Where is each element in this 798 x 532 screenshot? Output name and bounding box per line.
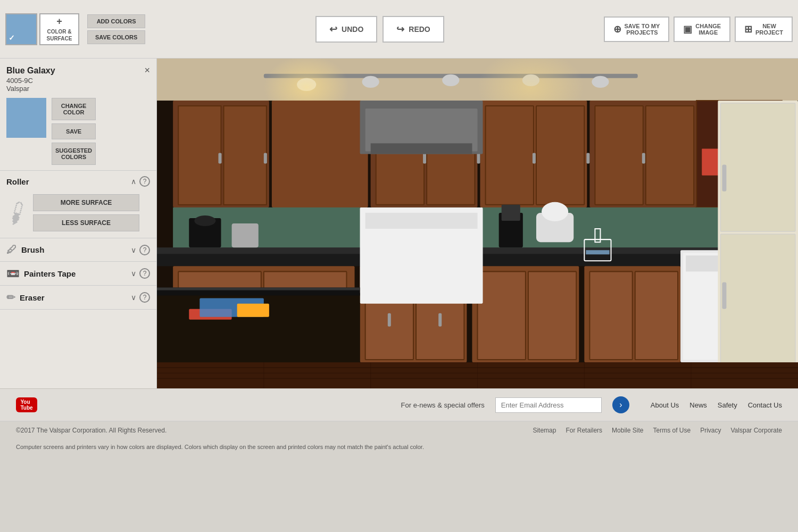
color-surface-button[interactable]: + COLOR & SURFACE [39,13,79,45]
svg-point-5 [442,74,459,86]
color-info-panel: × Blue Galaxy 4005-9C Valspar CHANGECOLO… [0,59,156,171]
svg-rect-64 [720,234,795,365]
painters-tape-tool-section: 📼 Painters Tape ∨ ? [0,262,156,286]
roller-header-right: ∧ ? [131,176,150,187]
contact-us-link[interactable]: Contact Us [748,401,782,409]
svg-point-76 [194,215,215,226]
suggested-colors-button[interactable]: SUGGESTEDCOLORS [52,143,96,165]
close-button[interactable]: × [144,65,150,76]
canvas-area[interactable] [157,59,798,388]
new-project-label: NEWPROJECT [755,23,783,36]
painters-tape-header-left: 📼 Painters Tape [6,267,76,280]
new-project-button[interactable]: ⊞ NEWPROJECT [735,16,793,42]
less-surface-button[interactable]: LESS SURFACE [33,214,139,231]
eraser-expand-icon[interactable]: ∨ [131,293,136,302]
sitemap-link[interactable]: Sitemap [533,427,556,434]
brush-expand-icon[interactable]: ∨ [131,246,136,254]
enews-label: For e-news & special offers [401,401,485,409]
privacy-link[interactable]: Privacy [700,427,721,434]
svg-rect-17 [264,153,267,163]
plus-icon: + [56,16,62,27]
add-colors-button[interactable]: ADD COLORS [87,14,145,28]
roller-header-left: Roller [6,177,29,186]
redo-button[interactable]: ↪ REDO [383,16,444,43]
eraser-icon: ✏ [6,291,15,304]
main-area: × Blue Galaxy 4005-9C Valspar CHANGECOLO… [0,59,798,388]
disclaimer-text: Computer screens and printers vary in ho… [16,444,424,450]
roller-tool-header[interactable]: Roller ∧ ? [0,171,156,192]
redo-label: REDO [409,25,430,34]
toolbar-right: ⊕ SAVE TO MYPROJECTS ▣ CHANGEIMAGE ⊞ NEW… [604,16,793,42]
save-projects-label: SAVE TO MYPROJECTS [625,23,660,36]
news-link[interactable]: News [689,401,707,409]
eraser-tool-header[interactable]: ✏ Eraser ∨ ? [0,286,156,309]
painters-tape-help-icon[interactable]: ? [139,268,150,279]
toolbar-center: ↩ UNDO ↪ REDO [156,16,603,43]
painters-tape-label: Painters Tape [24,269,76,278]
eraser-tool-section: ✏ Eraser ∨ ? [0,286,156,310]
color-name: Blue Galaxy [6,66,150,76]
svg-rect-40 [371,143,472,154]
svg-rect-23 [486,106,534,205]
eraser-header-left: ✏ Eraser [6,291,45,304]
valspar-corporate-link[interactable]: Valspar Corporate [731,427,783,434]
painters-tape-header-right: ∨ ? [131,268,150,279]
undo-button[interactable]: ↩ UNDO [315,16,377,43]
eraser-header-right: ∨ ? [131,292,150,303]
svg-rect-93 [586,250,609,254]
roller-expand-icon[interactable]: ∧ [131,177,136,186]
add-save-group: ADD COLORS SAVE COLORS [87,14,145,44]
svg-point-7 [592,76,609,88]
more-surface-button[interactable]: MORE SURFACE [33,194,139,211]
svg-rect-26 [646,106,694,205]
svg-point-4 [362,76,379,88]
svg-rect-1 [157,59,798,101]
about-us-link[interactable]: About Us [651,401,679,409]
save-color-button[interactable]: SAVE [52,123,96,139]
color-surface-swatch[interactable]: ✓ [5,13,37,45]
new-project-icon: ⊞ [744,23,752,35]
roller-help-icon[interactable]: ? [139,176,150,187]
brush-help-icon[interactable]: ? [139,245,150,255]
svg-rect-16 [218,153,221,163]
kitchen-wrapper [157,59,798,388]
save-colors-button[interactable]: SAVE COLORS [87,30,145,44]
safety-link[interactable]: Safety [718,401,737,409]
svg-rect-51 [478,271,526,360]
footer: YouTube For e-news & special offers › Ab… [0,388,798,456]
youtube-icon[interactable]: YouTube [16,397,37,412]
svg-rect-27 [423,153,426,163]
email-submit-icon: › [619,400,622,410]
brush-tool-header[interactable]: 🖊 Brush ∨ ? [0,238,156,261]
color-surface-label: COLOR & SURFACE [40,28,78,42]
painters-tape-tool-header[interactable]: 📼 Painters Tape ∨ ? [0,262,156,285]
copyright: ©2017 The Valspar Corporation. All Right… [16,427,167,434]
roller-tool-body: 🖌 MORE SURFACE LESS SURFACE [0,192,156,238]
color-brand: Valspar [6,85,150,93]
svg-rect-71 [157,288,360,290]
svg-rect-52 [528,271,576,360]
roller-label: Roller [6,177,29,186]
terms-of-use-link[interactable]: Terms of Use [653,427,691,434]
eraser-help-icon[interactable]: ? [139,292,150,303]
undo-icon: ↩ [329,23,337,35]
youtube-label: YouTube [20,399,32,411]
mobile-site-link[interactable]: Mobile Site [612,427,643,434]
brush-icon: 🖊 [6,244,17,256]
svg-rect-54 [635,271,678,360]
svg-rect-77 [232,223,259,247]
redo-icon: ↪ [396,23,404,35]
painters-tape-expand-icon[interactable]: ∨ [131,269,136,278]
kitchen-svg [157,59,798,388]
email-submit-button[interactable]: › [612,396,629,413]
footer-links: Sitemap For Retailers Mobile Site Terms … [533,427,782,434]
svg-rect-30 [586,153,589,163]
svg-rect-29 [533,153,536,163]
save-to-my-projects-button[interactable]: ⊕ SAVE TO MYPROJECTS [604,16,670,42]
footer-nav: About Us News Safety Contact Us [651,401,782,409]
change-image-button[interactable]: ▣ CHANGEIMAGE [674,16,730,42]
brush-tool-section: 🖊 Brush ∨ ? [0,238,156,262]
email-input[interactable] [495,397,602,413]
for-retailers-link[interactable]: For Retailers [566,427,602,434]
change-color-button[interactable]: CHANGECOLOR [52,98,96,120]
